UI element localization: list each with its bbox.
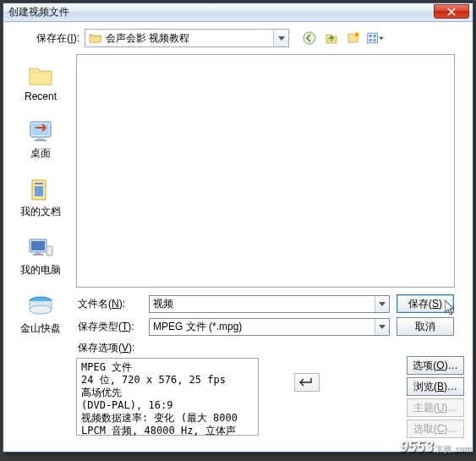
select-button: 选取(C)… (407, 420, 464, 438)
sidebar-item-desktop[interactable]: 桌面 (14, 115, 68, 163)
body-split: Recent 桌面 我的文档 我的电脑 金山快盘 (12, 54, 464, 438)
svg-rect-12 (35, 186, 43, 196)
sidebar-item-label: 我的文档 (20, 205, 61, 219)
options-left: 保存选项(V): MPEG 文件 24 位, 720 x 576, 25 fps… (76, 341, 400, 438)
svg-point-19 (30, 305, 52, 314)
location-text: 会声会影 视频教程 (106, 31, 273, 46)
back-arrow-icon (303, 31, 316, 45)
sidebar-item-label: 金山快盘 (20, 321, 61, 336)
save-in-label: 保存在(I): (12, 31, 79, 46)
filetype-label: 保存类型(T): (76, 320, 149, 334)
return-arrow-icon (299, 377, 315, 387)
view-grid-icon (367, 31, 378, 45)
sidebar-item-computer[interactable]: 我的电脑 (14, 232, 68, 280)
up-button[interactable] (323, 30, 340, 47)
svg-rect-17 (47, 246, 52, 255)
up-folder-icon (325, 31, 338, 45)
sidebar-item-documents[interactable]: 我的文档 (14, 173, 68, 222)
documents-icon (27, 176, 54, 203)
back-button[interactable] (301, 30, 318, 47)
filename-dropdown-arrow[interactable] (375, 296, 389, 312)
computer-icon (27, 234, 54, 261)
save-button[interactable]: 保存(S) (397, 294, 454, 313)
folder-icon (27, 62, 54, 89)
toolbar-nav (301, 30, 384, 47)
svg-rect-4 (373, 35, 375, 37)
titlebar[interactable]: 创建视频文件 (3, 3, 473, 22)
cancel-button[interactable]: 取消 (397, 317, 454, 336)
sidebar-item-label: 桌面 (30, 146, 51, 161)
desktop-icon (27, 118, 54, 145)
dialog-content: 保存在(I): 会声会影 视频教程 (3, 22, 473, 445)
chevron-down-icon (379, 325, 386, 329)
file-list[interactable] (76, 54, 455, 288)
return-button[interactable] (294, 373, 320, 392)
svg-rect-16 (33, 254, 43, 255)
location-combo[interactable]: 会声会影 视频教程 (85, 29, 289, 47)
filetype-value: MPEG 文件 (*.mpg) (150, 320, 375, 334)
svg-rect-10 (35, 140, 47, 141)
sidebar-item-label: Recent (25, 91, 57, 102)
new-folder-button[interactable] (345, 30, 362, 47)
drive-icon (27, 293, 54, 320)
svg-rect-8 (32, 123, 49, 135)
filename-value: 视频 (150, 297, 375, 311)
filetype-combo[interactable]: MPEG 文件 (*.mpg) (149, 318, 390, 336)
sidebar-item-kingsoft[interactable]: 金山快盘 (14, 290, 68, 338)
svg-rect-5 (369, 39, 371, 41)
subject-button: 主题(U)… (407, 398, 464, 417)
cursor-icon (445, 300, 458, 316)
svg-rect-15 (36, 252, 41, 254)
main-area: 文件名(N): 视频 保存(S) 保存类型(T): MPEG 文件 (*.mpg… (76, 54, 464, 438)
filetype-dropdown-arrow[interactable] (375, 319, 389, 335)
filename-input[interactable]: 视频 (149, 295, 390, 313)
close-icon (447, 8, 456, 16)
dialog-title: 创建视频文件 (8, 5, 69, 19)
options-button[interactable]: 选项(O)… (407, 356, 464, 375)
filetype-row: 保存类型(T): MPEG 文件 (*.mpg) 取消 (76, 317, 464, 336)
folder-open-icon (89, 32, 102, 44)
chevron-down-icon (379, 302, 386, 306)
watermark: 9553下载 .com (400, 438, 472, 456)
options-buttons: 选项(O)… 浏览(B)… 主题(U)… 选取(C)… (400, 356, 464, 438)
svg-rect-11 (35, 183, 43, 184)
places-sidebar: Recent 桌面 我的文档 我的电脑 金山快盘 (12, 54, 69, 438)
location-dropdown-arrow[interactable] (273, 30, 288, 47)
browse-button[interactable]: 浏览(B)… (407, 377, 464, 396)
format-info-box: MPEG 文件 24 位, 720 x 576, 25 fps 高场优先 (DV… (76, 358, 259, 436)
sidebar-item-recent[interactable]: Recent (14, 59, 68, 105)
chevron-down-icon (379, 36, 384, 41)
new-folder-icon (347, 31, 360, 45)
filename-label: 文件名(N): (76, 297, 149, 311)
svg-rect-6 (373, 39, 375, 41)
save-dialog: 创建视频文件 保存在(I): 会声会影 视频教程 (3, 3, 473, 453)
svg-rect-14 (31, 241, 45, 250)
svg-rect-9 (37, 137, 44, 140)
svg-rect-3 (369, 35, 371, 37)
chevron-down-icon (278, 36, 285, 41)
save-options-label: 保存选项(V): (76, 341, 400, 355)
view-menu-button[interactable] (367, 30, 384, 47)
filename-row: 文件名(N): 视频 保存(S) (76, 294, 464, 313)
location-row: 保存在(I): 会声会影 视频教程 (12, 29, 464, 47)
svg-point-0 (304, 32, 315, 44)
options-section: 保存选项(V): MPEG 文件 24 位, 720 x 576, 25 fps… (76, 341, 464, 438)
sidebar-item-label: 我的电脑 (20, 263, 61, 277)
close-button[interactable] (434, 4, 469, 19)
